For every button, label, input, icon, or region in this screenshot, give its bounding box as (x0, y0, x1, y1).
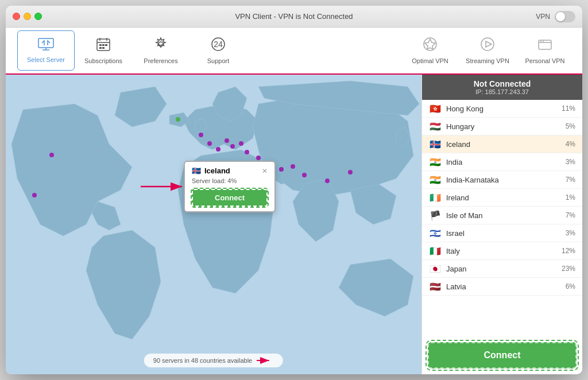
server-name: Latvia (446, 282, 566, 291)
vpn-toggle[interactable] (555, 11, 575, 22)
map-dot-3[interactable] (225, 138, 229, 143)
app-window: VPN Client - VPN is Not Connected VPN Se… (6, 6, 582, 374)
server-load: 3% (566, 158, 575, 166)
server-row[interactable]: 🇭🇺 Hungary 5% (422, 118, 582, 135)
svg-rect-9 (105, 44, 107, 46)
map-dot-7[interactable] (256, 156, 261, 160)
toolbar-item-subscriptions[interactable]: Subscriptions (75, 30, 132, 71)
support-icon: 24 (211, 37, 226, 55)
svg-rect-8 (102, 44, 105, 46)
map-dot-9[interactable] (279, 167, 284, 172)
server-load: 1% (566, 193, 575, 201)
toolbar-item-preferences[interactable]: Preferences (132, 30, 189, 71)
server-row[interactable]: 🇮🇪 Ireland 1% (422, 189, 582, 207)
server-flag: 🇮🇪 (429, 193, 442, 202)
map-dot-4[interactable] (230, 144, 235, 149)
server-flag: 🇮🇱 (429, 228, 442, 238)
svg-rect-0 (38, 38, 53, 48)
server-load: 23% (562, 265, 575, 273)
popup-server-load: Server load: 4% (192, 177, 268, 184)
preferences-icon (153, 37, 168, 55)
main-connect-button[interactable]: Connect (428, 342, 577, 369)
server-name: Iceland (446, 140, 566, 149)
server-row[interactable]: 🇯🇵 Japan 23% (422, 260, 582, 278)
map-dot-2[interactable] (216, 147, 220, 152)
toolbar-item-optimal-vpn[interactable]: Optimal VPN (404, 30, 456, 71)
map-dot-16[interactable] (199, 133, 203, 137)
server-name: India (446, 158, 566, 166)
toolbar-item-streaming-vpn[interactable]: Streaming VPN (462, 30, 513, 71)
select-server-label: Select Server (27, 56, 65, 63)
personal-vpn-icon (537, 37, 552, 55)
server-name: Isle of Man (446, 211, 566, 220)
panel-header: Not Connected IP: 185.177.243.37 (422, 75, 582, 100)
server-load: 11% (562, 104, 575, 113)
traffic-lights (13, 13, 42, 20)
server-load: 5% (566, 122, 575, 130)
server-row[interactable]: 🇮🇳 India-Karnataka 7% (422, 171, 582, 189)
popup-connect-button[interactable]: Connect (192, 189, 268, 207)
svg-point-22 (543, 41, 544, 42)
svg-marker-18 (486, 41, 492, 47)
toolbar-item-support[interactable]: 24 Support (189, 30, 247, 71)
popup-country: 🇮🇸 Iceland (192, 166, 230, 175)
server-row[interactable]: 🇱🇻 Latvia 6% (422, 278, 582, 296)
server-name: Hungary (446, 122, 566, 131)
right-arrow-icon (257, 356, 274, 365)
window-title: VPN Client - VPN is Not Connected (235, 12, 353, 21)
map-dot-11[interactable] (302, 173, 307, 177)
map-area[interactable]: 🇮🇸 Iceland ✕ Server load: 4% Connect 90 … (6, 75, 421, 374)
map-dot-6[interactable] (245, 150, 249, 154)
streaming-vpn-icon (480, 37, 495, 55)
select-server-icon (38, 38, 54, 54)
subscriptions-label: Subscriptions (84, 57, 122, 64)
popup-close-button[interactable]: ✕ (262, 167, 268, 175)
server-row[interactable]: 🇮🇸 Iceland 4% (422, 135, 582, 153)
map-dot-13[interactable] (348, 170, 353, 175)
toolbar-item-select-server[interactable]: Select Server (17, 30, 75, 71)
server-load: 12% (562, 247, 575, 255)
svg-point-12 (158, 42, 163, 46)
server-row[interactable]: 🇮🇹 Italy 12% (422, 242, 582, 260)
vpn-toggle-label: VPN (536, 13, 550, 21)
server-flag: 🇭🇰 (429, 104, 442, 113)
server-name: India-Karnataka (446, 176, 566, 184)
map-dot-15[interactable] (32, 193, 37, 197)
map-dot-10[interactable] (291, 164, 295, 169)
close-button[interactable] (13, 13, 20, 20)
server-flag: 🏴 (429, 211, 442, 220)
support-label: Support (207, 57, 230, 64)
map-dot-12[interactable] (325, 179, 330, 183)
vpn-toggle-area: VPN (536, 11, 575, 22)
server-row[interactable]: 🏴 Isle of Man 7% (422, 207, 582, 224)
svg-rect-10 (99, 47, 102, 49)
server-flag: 🇮🇸 (429, 139, 442, 149)
map-dot-1[interactable] (207, 141, 212, 146)
maximize-button[interactable] (34, 13, 42, 20)
svg-rect-7 (99, 44, 102, 46)
server-flag: 🇱🇻 (429, 282, 442, 291)
servers-available-text: 90 servers in 48 countries available (153, 357, 252, 364)
svg-text:24: 24 (214, 40, 223, 49)
server-row[interactable]: 🇮🇱 Israel 3% (422, 224, 582, 242)
connection-status: Not Connected (429, 79, 575, 88)
server-flag: 🇮🇳 (429, 157, 442, 166)
map-dot-iceland[interactable] (176, 117, 180, 122)
svg-marker-16 (425, 39, 435, 49)
server-name: Ireland (446, 193, 566, 202)
server-load: 7% (566, 211, 575, 219)
streaming-vpn-label: Streaming VPN (466, 57, 509, 64)
map-dot-5[interactable] (239, 141, 243, 146)
preferences-label: Preferences (144, 57, 177, 64)
map-dot-14[interactable] (49, 153, 54, 157)
minimize-button[interactable] (24, 13, 31, 20)
server-list[interactable]: 🇭🇰 Hong Kong 11% 🇭🇺 Hungary 5% 🇮🇸 Icelan… (422, 100, 582, 336)
toolbar-item-personal-vpn[interactable]: Personal VPN (519, 30, 571, 71)
main-content: 🇮🇸 Iceland ✕ Server load: 4% Connect 90 … (6, 75, 582, 374)
ip-address: IP: 185.177.243.37 (429, 88, 575, 95)
map-bottom-bar: 90 servers in 48 countries available (144, 354, 283, 367)
toolbar: Select Server Subscriptions (6, 28, 582, 75)
server-row[interactable]: 🇭🇰 Hong Kong 11% (422, 100, 582, 118)
server-row[interactable]: 🇮🇳 India 3% (422, 153, 582, 171)
titlebar: VPN Client - VPN is Not Connected VPN (6, 6, 582, 28)
